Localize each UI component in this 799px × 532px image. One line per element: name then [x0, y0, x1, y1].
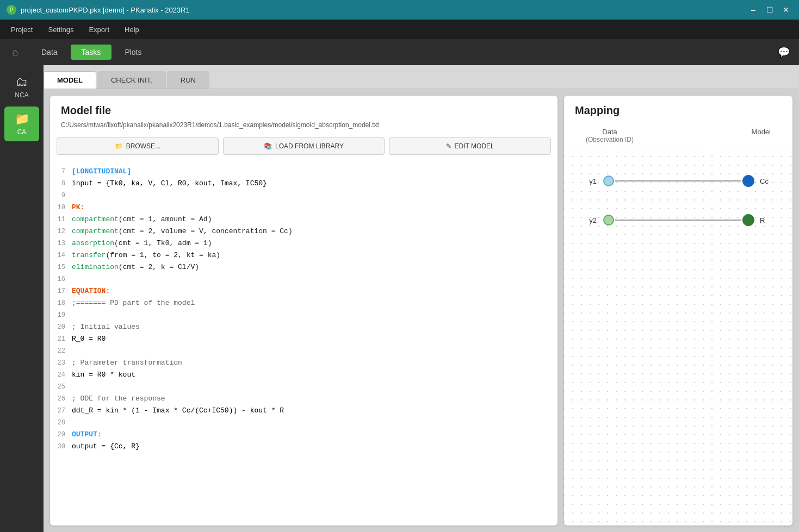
map-dot-left-1[interactable] [603, 215, 614, 226]
code-line: 20; Initial values [50, 321, 558, 333]
nav-tabs: Data Tasks Plots [30, 45, 153, 60]
minimize-button[interactable]: – [747, 3, 760, 16]
line-number: 13 [50, 237, 72, 249]
code-line: 25 [50, 381, 558, 393]
map-dot-right-0[interactable] [742, 175, 754, 187]
navbar: ⌂ Data Tasks Plots 💬 [0, 39, 799, 65]
line-number: 23 [50, 357, 72, 369]
edit-model-button[interactable]: ✎ EDIT MODEL [389, 137, 551, 155]
sidebar-item-ca[interactable]: 📁 CA [4, 107, 39, 141]
sidebar-item-ca-label: CA [17, 128, 27, 136]
line-content: ddt_R = kin * (1 - Imax * Cc/(Cc+IC50)) … [72, 405, 558, 417]
line-content: absorption(cmt = 1, Tk0, adm = 1) [72, 237, 558, 249]
line-number: 21 [50, 333, 72, 345]
window-controls: – ☐ ✕ [747, 3, 792, 16]
menu-project[interactable]: Project [4, 23, 39, 36]
line-number: 29 [50, 429, 72, 441]
code-line: 8input = {Tk0, ka, V, Cl, R0, kout, Imax… [50, 178, 558, 190]
menubar: Project Settings Export Help [0, 20, 799, 39]
code-line: 28 [50, 417, 558, 429]
code-line: 17EQUATION: [50, 285, 558, 297]
tab-tasks[interactable]: Tasks [71, 45, 112, 60]
home-button[interactable]: ⌂ [4, 41, 26, 63]
model-panel: Model file C:/Users/mtwar/lixoft/pkanali… [50, 96, 558, 525]
model-col-label: Model [752, 128, 771, 136]
code-line: 13absorption(cmt = 1, Tk0, adm = 1) [50, 237, 558, 249]
line-number: 30 [50, 441, 72, 453]
line-content: transfer(from = 1, to = 2, kt = ka) [72, 249, 558, 261]
line-content: compartment(cmt = 1, amount = Ad) [72, 214, 558, 226]
subtab-model[interactable]: MODEL [44, 71, 96, 89]
line-content: ; ODE for the response [72, 393, 558, 405]
ca-icon: 📁 [15, 112, 29, 126]
menu-export[interactable]: Export [82, 23, 116, 36]
line-content: OUTPUT: [72, 429, 558, 441]
line-number: 17 [50, 285, 72, 297]
load-library-button[interactable]: 📚 LOAD FROM LIBRARY [223, 137, 385, 155]
sidebar-item-nca[interactable]: 🗂 NCA [4, 70, 39, 104]
mapping-panel: Mapping Data (Observation ID) Model y1 C… [564, 96, 792, 525]
line-content: kin = R0 * kout [72, 369, 558, 381]
code-line: 29OUTPUT: [50, 429, 558, 441]
tab-data[interactable]: Data [30, 45, 69, 60]
line-number: 10 [50, 202, 72, 214]
maximize-button[interactable]: ☐ [763, 3, 776, 16]
code-line: 30output = {Cc, R} [50, 441, 558, 453]
line-content: EQUATION: [72, 285, 558, 297]
mapping-content: y1 Cc y2 R [564, 148, 792, 525]
browse-icon: 📁 [115, 142, 123, 150]
code-line: 11compartment(cmt = 1, amount = Ad) [50, 214, 558, 226]
line-content: R_0 = R0 [72, 333, 558, 345]
code-line: 23; Parameter transformation [50, 357, 558, 369]
line-content: PK: [72, 202, 558, 214]
nca-icon: 🗂 [16, 75, 28, 89]
line-number: 8 [50, 178, 72, 190]
mapping-panel-title: Mapping [564, 96, 792, 123]
close-button[interactable]: ✕ [779, 3, 792, 16]
line-number: 11 [50, 214, 72, 226]
line-number: 27 [50, 405, 72, 417]
data-column-header: Data (Observation ID) [586, 128, 634, 143]
title-left: P project_customPKPD.pkx [demo] - PKanal… [7, 5, 190, 15]
line-content: elimination(cmt = 2, k = Cl/V) [72, 261, 558, 273]
map-dot-right-1[interactable] [742, 214, 754, 226]
subtab-run[interactable]: RUN [167, 71, 209, 89]
code-line: 22 [50, 345, 558, 357]
mapping-row: y1 Cc [564, 175, 792, 187]
map-label-right: Cc [760, 177, 776, 185]
line-content: ; Parameter transformation [72, 357, 558, 369]
line-number: 7 [50, 166, 72, 178]
line-content: input = {Tk0, ka, V, Cl, R0, kout, Imax,… [72, 178, 558, 190]
map-label-left: y1 [580, 177, 597, 185]
map-connector-line [615, 220, 741, 221]
menu-settings[interactable]: Settings [41, 23, 80, 36]
code-line: 14transfer(from = 1, to = 2, kt = ka) [50, 249, 558, 261]
chat-button[interactable]: 💬 [773, 41, 795, 63]
tab-plots[interactable]: Plots [114, 45, 152, 60]
code-line: 21R_0 = R0 [50, 333, 558, 345]
line-content: [LONGITUDINAL] [72, 166, 558, 178]
browse-button[interactable]: 📁 BROWSE... [57, 137, 219, 155]
code-line: 16 [50, 273, 558, 285]
menu-help[interactable]: Help [118, 23, 146, 36]
line-content: output = {Cc, R} [72, 441, 558, 453]
browse-label: BROWSE... [126, 142, 160, 150]
code-line: 18;======= PD part of the model [50, 297, 558, 309]
map-label-right: R [760, 216, 776, 224]
load-library-label: LOAD FROM LIBRARY [275, 142, 344, 150]
code-editor[interactable]: 7[LONGITUDINAL]8input = {Tk0, ka, V, Cl,… [50, 161, 558, 525]
code-line: 10PK: [50, 202, 558, 214]
model-panel-title: Model file [50, 96, 558, 121]
model-file-path: C:/Users/mtwar/lixoft/pkanalix/pkanalix2… [50, 121, 558, 135]
sidebar-item-nca-label: NCA [15, 91, 28, 99]
main-content: MODEL CHECK INIT. RUN Model file C:/User… [44, 65, 799, 532]
line-number: 20 [50, 321, 72, 333]
map-connector-line [615, 180, 741, 181]
line-content: ;======= PD part of the model [72, 297, 558, 309]
line-number: 16 [50, 273, 72, 285]
code-line: 26; ODE for the response [50, 393, 558, 405]
line-number: 19 [50, 309, 72, 321]
mapping-row: y2 R [564, 214, 792, 226]
map-dot-left-0[interactable] [603, 176, 614, 186]
subtab-checkinit[interactable]: CHECK INIT. [97, 71, 166, 89]
